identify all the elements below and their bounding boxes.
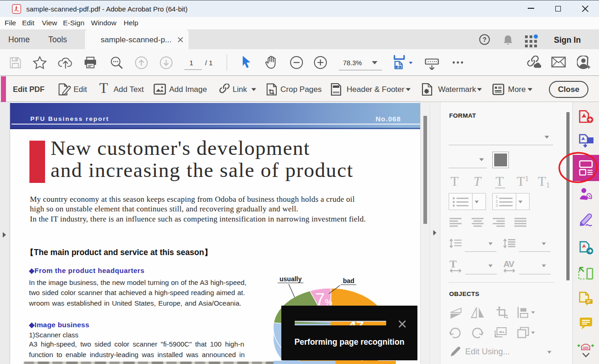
svg-text:?: ? (483, 36, 487, 43)
